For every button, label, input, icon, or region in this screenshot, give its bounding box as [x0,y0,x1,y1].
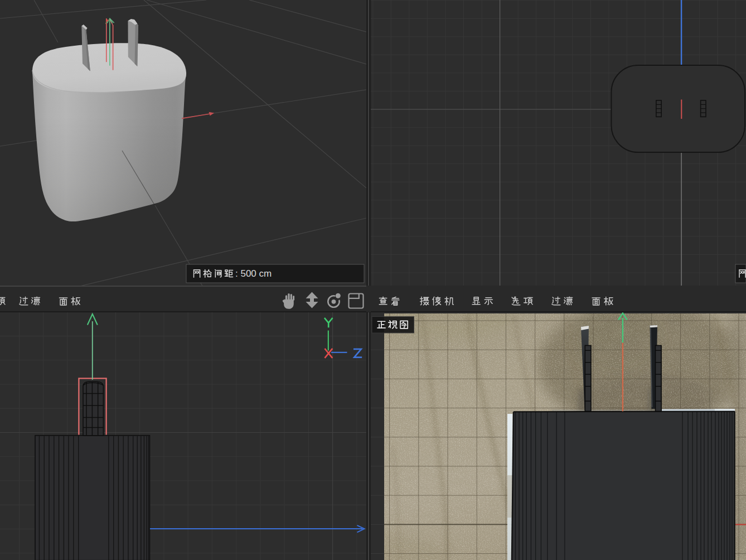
svg-text:: 500 cm: : 500 cm [235,268,272,279]
